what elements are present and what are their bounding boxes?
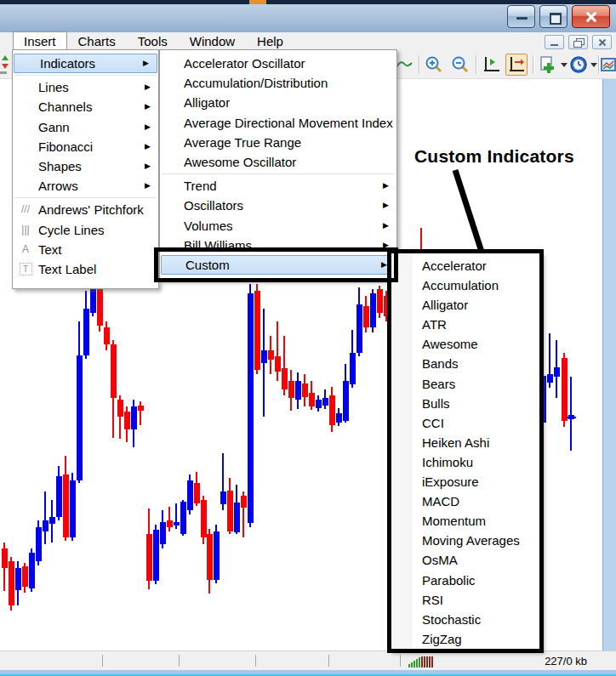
- menu-item-label: Stochastic: [422, 610, 541, 629]
- menu-item-label: MACD: [422, 491, 541, 511]
- menu-item-volumes[interactable]: Volumes▶: [160, 216, 396, 236]
- menu-item-cycle-lines[interactable]: |||Cycle Lines: [13, 220, 158, 240]
- pitchfork-icon: ///: [13, 200, 38, 219]
- menu-item-trend[interactable]: Trend▶: [160, 176, 396, 196]
- menu-item-label: Awesome Oscillator: [184, 152, 396, 172]
- cycle-lines-icon: |||: [13, 220, 38, 240]
- menu-item-accelerator-oscillator[interactable]: Accelerator Oscillator: [160, 54, 396, 73]
- submenu-arrow-icon: ▶: [383, 196, 396, 215]
- mt4-window: InsertChartsToolsWindowHelp: [0, 0, 616, 676]
- new-order-icon[interactable]: [0, 51, 10, 73]
- menu-item-average-directional-movement-index[interactable]: Average Directional Movement Index: [160, 113, 396, 133]
- mdi-minimize-button[interactable]: [545, 35, 564, 49]
- menu-item-label: Accumulation/Distribution: [184, 73, 396, 93]
- auto-scroll-icon[interactable]: [505, 54, 528, 76]
- menu-item-label: Alligator: [422, 295, 541, 315]
- menu-item-indicators[interactable]: Indicators▶: [14, 54, 157, 73]
- menubar-item-tools[interactable]: Tools: [127, 32, 179, 51]
- connection-status-icon: [408, 655, 437, 667]
- menu-item-label: Gann: [38, 117, 145, 137]
- submenu-arrow-icon: ▶: [383, 176, 396, 196]
- menu-item-parabolic[interactable]: Parabolic: [391, 571, 541, 590]
- menu-item-lines[interactable]: Lines▶: [13, 77, 158, 97]
- traffic-counter: 227/0 kb: [516, 655, 587, 667]
- menubar-item-charts[interactable]: Charts: [67, 32, 127, 51]
- menu-item-label: Awesome: [422, 334, 541, 354]
- menubar-item-help[interactable]: Help: [246, 32, 294, 51]
- menu-item-label: Bill Williams: [184, 236, 383, 255]
- menu-item-awesome-oscillator[interactable]: Awesome Oscillator: [160, 152, 396, 172]
- zoom-in-icon[interactable]: [423, 54, 445, 76]
- submenu-arrow-icon: ▶: [145, 156, 158, 176]
- zoom-out-icon[interactable]: [449, 54, 471, 76]
- menu-item-gann[interactable]: Gann▶: [13, 117, 158, 137]
- menu-item-channels[interactable]: Channels▶: [13, 97, 158, 116]
- menu-item-macd[interactable]: MACD: [391, 491, 541, 511]
- minimize-icon: [516, 17, 528, 20]
- menu-item-label: Text Label: [38, 259, 158, 279]
- menu-item-bill-williams[interactable]: Bill Williams▶: [160, 236, 396, 255]
- menu-item-oscillators[interactable]: Oscillators▶: [160, 196, 396, 215]
- menu-item-awesome[interactable]: Awesome: [391, 334, 541, 354]
- menu-item-heiken-ashi[interactable]: Heiken Ashi: [391, 433, 541, 452]
- menu-bar: InsertChartsToolsWindowHelp: [0, 32, 616, 51]
- menu-item-label: Trend: [184, 176, 383, 196]
- menu-item-label: iExposure: [422, 472, 541, 491]
- menu-item-stochastic[interactable]: Stochastic: [391, 610, 541, 629]
- menu-item-iexposure[interactable]: iExposure: [391, 472, 541, 491]
- text-icon: A: [13, 240, 38, 259]
- menu-item-shapes[interactable]: Shapes▶: [13, 156, 158, 176]
- menu-item-accelerator[interactable]: Accelerator: [391, 256, 541, 276]
- menu-item-accumulation[interactable]: Accumulation: [391, 276, 541, 295]
- menu-item-text[interactable]: AText: [13, 240, 158, 259]
- indicators-submenu: Accelerator OscillatorAccumulation/Distr…: [159, 49, 397, 281]
- close-button[interactable]: [572, 5, 610, 28]
- new-chart-dropdown-icon[interactable]: [561, 63, 568, 67]
- menu-item-label: Moving Averages: [422, 531, 541, 550]
- menu-item-label: Average True Range: [184, 133, 396, 152]
- mdi-close-button[interactable]: [592, 35, 612, 49]
- menu-item-label: Alligator: [184, 93, 396, 112]
- menu-item-label: CCI: [422, 413, 541, 433]
- templates-icon[interactable]: [601, 54, 616, 76]
- menu-item-andrews-pitchfork[interactable]: ///Andrews' Pitchfork: [13, 200, 158, 219]
- menu-item-rsi[interactable]: RSI: [391, 590, 541, 610]
- menu-item-label: Channels: [38, 97, 145, 116]
- menu-item-accumulation-distribution[interactable]: Accumulation/Distribution: [160, 73, 396, 93]
- toolbar-separator: [476, 55, 477, 74]
- menu-item-bears[interactable]: Bears: [391, 374, 541, 394]
- minimize-button[interactable]: [507, 5, 535, 28]
- menu-item-custom[interactable]: Custom▶: [161, 255, 396, 275]
- menu-item-cci[interactable]: CCI: [391, 413, 541, 433]
- menu-item-zigzag[interactable]: ZigZag: [391, 629, 541, 649]
- menu-separator: [14, 75, 157, 76]
- periods-clock-icon[interactable]: [568, 54, 590, 76]
- menubar-item-window[interactable]: Window: [179, 32, 246, 51]
- mdi-restore-button[interactable]: [568, 35, 588, 49]
- menu-item-label: Parabolic: [422, 571, 541, 590]
- menu-item-alligator[interactable]: Alligator: [160, 93, 396, 112]
- submenu-arrow-icon: ▶: [145, 176, 158, 196]
- menu-item-average-true-range[interactable]: Average True Range: [160, 133, 396, 152]
- menu-item-bulls[interactable]: Bulls: [391, 394, 541, 413]
- submenu-arrow-icon: ▶: [383, 216, 396, 236]
- insert-menu: Indicators▶Lines▶Channels▶Gann▶Fibonacci…: [12, 49, 159, 289]
- menu-item-fibonacci[interactable]: Fibonacci▶: [13, 137, 158, 156]
- periods-dropdown-icon[interactable]: [590, 63, 597, 67]
- menu-item-atr[interactable]: ATR: [391, 315, 541, 334]
- indicator-curve-icon[interactable]: [395, 54, 414, 76]
- custom-indicators-submenu: AcceleratorAccumulationAlligatorATRAweso…: [390, 253, 542, 651]
- chart-shift-icon[interactable]: [481, 54, 503, 76]
- menu-item-ichimoku[interactable]: Ichimoku: [391, 452, 541, 472]
- menu-item-bands[interactable]: Bands: [391, 354, 541, 373]
- menu-item-label: Andrews' Pitchfork: [38, 200, 158, 219]
- menu-item-moving-averages[interactable]: Moving Averages: [391, 531, 541, 550]
- new-chart-icon[interactable]: [537, 54, 559, 76]
- menu-item-momentum[interactable]: Momentum: [391, 511, 541, 531]
- menu-item-osma[interactable]: OsMA: [391, 550, 541, 570]
- menu-item-alligator[interactable]: Alligator: [391, 295, 541, 315]
- maximize-button[interactable]: [539, 5, 568, 28]
- menu-item-arrows[interactable]: Arrows▶: [13, 176, 158, 196]
- menu-item-label: Oscillators: [184, 196, 383, 215]
- menu-item-text-label[interactable]: TText Label: [13, 259, 158, 279]
